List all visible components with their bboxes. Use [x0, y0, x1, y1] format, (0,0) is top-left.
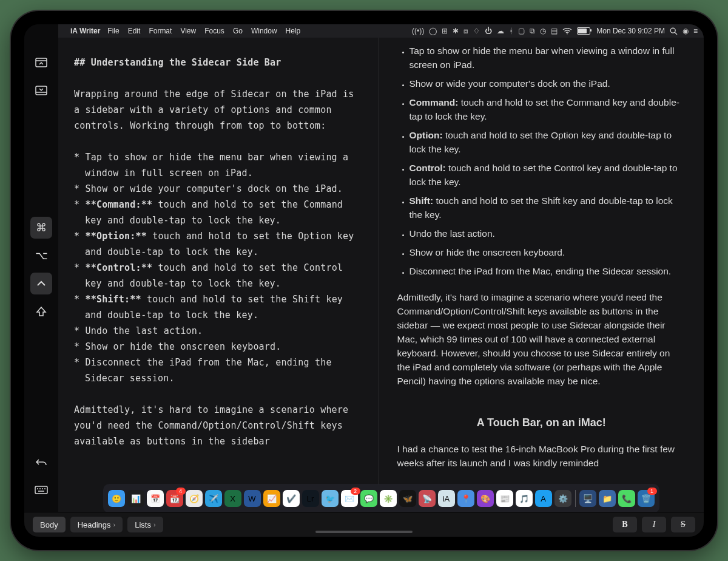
status-icon[interactable]: ◯ — [429, 27, 437, 35]
sidecar-keyboard-button[interactable] — [30, 479, 52, 501]
sidecar-dock-toggle[interactable] — [30, 80, 52, 101]
menu-edit[interactable]: Edit — [128, 27, 141, 35]
dock-app-word[interactable]: W — [244, 490, 261, 507]
macos-menubar[interactable]: iA Writer File Edit Format View Focus Go… — [58, 24, 704, 38]
dock-app-fantastical[interactable]: 📆4 — [166, 490, 183, 507]
menu-file[interactable]: File — [107, 27, 119, 35]
dock-badge: 1 — [647, 488, 657, 495]
markdown-preview[interactable]: Tap to show or hide the menu bar when vi… — [379, 38, 704, 484]
preview-list: Tap to show or hide the menu bar when vi… — [397, 44, 686, 278]
sidecar-undo-button[interactable] — [30, 451, 52, 473]
airplay-icon[interactable]: ▢ — [518, 27, 525, 35]
preview-list-item: Shift: touch and hold to set the Shift k… — [410, 194, 686, 222]
editor-list-item: * **Command:** touch and hold to set the… — [74, 197, 363, 228]
svg-rect-4 — [35, 486, 47, 494]
dock-app-pixelmator[interactable]: 🎨 — [477, 490, 494, 507]
svg-line-14 — [675, 32, 677, 35]
status-icon[interactable]: ✱ — [453, 27, 459, 35]
dock-app-music[interactable]: 🎵 — [516, 490, 533, 507]
preview-list-item: Undo the last action. — [410, 226, 686, 240]
dock-app-tweetbot[interactable]: 🐦 — [322, 490, 339, 507]
editor-list-item: * Tap to show or hide the menu bar when … — [74, 149, 363, 181]
status-icon[interactable]: ▤ — [551, 27, 558, 35]
editor-list-item: * **Option:** touch and hold to set the … — [74, 228, 363, 260]
menu-format[interactable]: Format — [149, 27, 172, 35]
dock-app-radar[interactable]: 📡 — [419, 490, 436, 507]
dock-app-news[interactable]: 📰 — [496, 490, 513, 507]
dock-separator — [575, 490, 576, 507]
timemachine-icon[interactable]: ◷ — [540, 27, 546, 35]
sidecar-option-key[interactable]: ⌥ — [30, 245, 52, 267]
sidecar-menubar-toggle[interactable] — [30, 52, 52, 73]
menubar-app-name[interactable]: iA Writer — [70, 27, 100, 35]
dock-app-messages[interactable]: 💬 — [360, 490, 377, 507]
dropbox-icon[interactable]: ⧈ — [463, 27, 468, 35]
dock-app-butterfly[interactable]: 🦋 — [399, 490, 416, 507]
dock-app-stocks[interactable]: 📈 — [263, 490, 280, 507]
preview-heading: A Touch Bar, on an iMac! — [397, 416, 686, 430]
dock-app-telegram[interactable]: ✈️ — [205, 490, 222, 507]
dock-app-appstore[interactable]: A — [535, 490, 552, 507]
menubar-clock[interactable]: Mon Dec 30 9:02 PM — [596, 27, 665, 35]
status-icon[interactable]: ⊞ — [442, 27, 448, 35]
touchbar-headings-button[interactable]: Headings› — [70, 517, 123, 532]
preview-paragraph: Admittedly, it's hard to imagine a scena… — [397, 290, 686, 388]
preview-list-item: Option: touch and hold to set the Option… — [410, 128, 686, 156]
dock-app-calendar[interactable]: 📅 — [147, 490, 164, 507]
battery-icon[interactable] — [577, 27, 590, 35]
notifications-icon[interactable]: ≡ — [693, 27, 698, 35]
dock-app-systemprefs[interactable]: ⚙️ — [554, 490, 571, 507]
siri-icon[interactable]: ◉ — [682, 27, 689, 35]
editor-list-item: * **Shift:** touch and hold to set the S… — [74, 291, 363, 323]
menu-window[interactable]: Window — [251, 27, 277, 35]
status-icon[interactable]: ((•)) — [412, 27, 424, 35]
editor-list-item: * Show or hide the onscreen keyboard. — [74, 339, 363, 355]
status-icon[interactable]: ☁︎ — [497, 27, 504, 35]
dock-app-excel[interactable]: X — [224, 490, 241, 507]
editor-list-item: * Undo the last action. — [74, 323, 363, 339]
status-icon[interactable]: ♢ — [473, 27, 480, 35]
menu-focus[interactable]: Focus — [204, 27, 224, 35]
macos-dock: 🙂📊📅📆4🧭✈️XW📈✔️Lr🐦✉️2💬✳️🦋📡iA📍🎨📰🎵A⚙️🖥️📁📞🗑️1 — [103, 484, 659, 513]
dock-app-facetime[interactable]: 📞 — [618, 490, 635, 507]
dock-app-finder[interactable]: 🙂 — [108, 490, 125, 507]
menu-view[interactable]: View — [180, 27, 196, 35]
touchbar-lists-button[interactable]: Lists› — [127, 517, 163, 532]
dock-app-trash[interactable]: 🗑️1 — [638, 490, 655, 507]
bluetooth-icon[interactable]: ᚼ — [509, 27, 513, 35]
touchbar-bold-button[interactable]: B — [613, 517, 637, 532]
mac-desktop: iA Writer File Edit Format View Focus Go… — [58, 24, 704, 512]
status-icon[interactable]: ⏻ — [485, 27, 492, 35]
ipad-frame: ⌘ ⌥ iA Writer — [11, 11, 717, 550]
dock-app-desktop[interactable]: 🖥️ — [579, 490, 596, 507]
preview-list-item: Show or wide your computer's dock on the… — [410, 76, 686, 90]
sidecar-shift-key[interactable] — [30, 301, 52, 322]
preview-list-item: Show or hide the onscreen keyboard. — [410, 245, 686, 259]
dock-app-maps[interactable]: 📍 — [457, 490, 474, 507]
ipad-home-indicator[interactable] — [315, 531, 413, 533]
dock-app-activity[interactable]: 📊 — [127, 490, 144, 507]
dock-app-mail[interactable]: ✉️2 — [341, 490, 358, 507]
status-icon[interactable]: ⧉ — [530, 27, 535, 35]
dock-badge: 2 — [351, 488, 360, 495]
wifi-icon[interactable] — [562, 28, 572, 35]
dock-app-slack[interactable]: ✳️ — [380, 490, 397, 507]
spotlight-icon[interactable] — [670, 27, 678, 35]
editor-heading: ## Understanding the Sidecar Side Bar — [74, 55, 363, 70]
markdown-editor[interactable]: ## Understanding the Sidecar Side Bar Wr… — [58, 38, 379, 484]
touchbar-italic-button[interactable]: I — [642, 517, 666, 532]
menu-help[interactable]: Help — [286, 27, 301, 35]
dock-app-folder[interactable]: 📁 — [599, 490, 616, 507]
touchbar-body-button[interactable]: Body — [33, 517, 66, 532]
editor-list-item: * Disconnect the iPad from the Mac, endi… — [74, 355, 363, 386]
dock-app-safari[interactable]: 🧭 — [186, 490, 203, 507]
sidecar-control-key[interactable] — [30, 273, 52, 294]
dock-badge: 4 — [176, 488, 186, 495]
menu-go[interactable]: Go — [233, 27, 243, 35]
touchbar-strike-button[interactable]: S — [671, 517, 695, 532]
sidecar-command-key[interactable]: ⌘ — [30, 217, 52, 239]
preview-list-item: Disconnect the iPad from the Mac, ending… — [410, 264, 686, 278]
dock-app-iawriter[interactable]: iA — [438, 490, 455, 507]
dock-app-things[interactable]: ✔️ — [283, 490, 300, 507]
dock-app-lightroom[interactable]: Lr — [302, 490, 319, 507]
